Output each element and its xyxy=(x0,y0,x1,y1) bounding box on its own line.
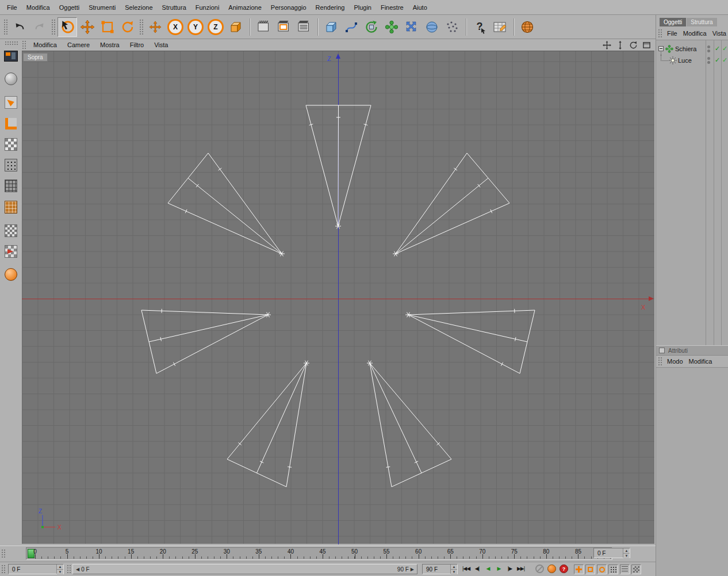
record-position-toggle[interactable] xyxy=(574,564,584,574)
coordinate-system-button[interactable] xyxy=(226,17,246,37)
panel-grip[interactable] xyxy=(658,29,662,38)
spinner-up-icon[interactable]: ▲ xyxy=(451,564,457,570)
viewport-menu-camere[interactable]: Camere xyxy=(62,40,95,49)
next-key-button[interactable]: |▶ xyxy=(505,564,515,571)
light-cone[interactable] xyxy=(405,309,535,373)
command-manager-button[interactable] xyxy=(490,17,509,37)
add-environment-button[interactable] xyxy=(422,17,442,37)
menu-selezione[interactable]: Selezione xyxy=(120,2,157,13)
tab-struttura[interactable]: Struttura xyxy=(687,18,716,26)
enabled-check-icon[interactable]: ✓ xyxy=(715,45,720,52)
record-parameter-toggle[interactable] xyxy=(620,564,630,574)
goto-end-button[interactable]: ▶▶| xyxy=(516,564,526,571)
am-menu-modifica[interactable]: Modifica xyxy=(686,357,715,366)
toolbar-grip[interactable] xyxy=(139,19,143,35)
am-menu-modo[interactable]: Modo xyxy=(664,357,686,366)
viewport-menu-modifica[interactable]: Modifica xyxy=(28,40,62,49)
render-settings-button[interactable] xyxy=(294,17,313,37)
play-forward-button[interactable]: ▶ xyxy=(494,564,504,571)
menu-strumenti[interactable]: Strumenti xyxy=(84,2,120,13)
mode-toolbar-grip[interactable] xyxy=(5,41,18,45)
light-cone[interactable] xyxy=(227,361,309,487)
spinner-down-icon[interactable]: ▼ xyxy=(451,570,457,574)
menu-animazione[interactable]: Animazione xyxy=(224,2,266,13)
move-tool-button[interactable] xyxy=(78,17,97,37)
om-menu-file[interactable]: File xyxy=(664,29,680,38)
spinner-up-icon[interactable]: ▲ xyxy=(623,548,630,554)
add-cube-button[interactable] xyxy=(321,17,341,37)
object-name[interactable]: Luce xyxy=(678,57,692,64)
add-nurbs-button[interactable] xyxy=(362,17,381,37)
add-spline-button[interactable] xyxy=(342,17,361,37)
range-right-arrow[interactable]: ▶ xyxy=(411,567,414,572)
live-selection-button[interactable] xyxy=(58,17,77,37)
timeline-range-slider[interactable]: ◀ 0 F 90 F ▶ xyxy=(72,564,417,574)
layout-button[interactable] xyxy=(2,47,20,64)
add-array-button[interactable] xyxy=(382,17,401,37)
autokey-toggle[interactable] xyxy=(547,564,556,573)
add-deformer-button[interactable] xyxy=(402,17,422,37)
spinner-up-icon[interactable]: ▲ xyxy=(57,564,63,570)
model-mode-button[interactable] xyxy=(2,115,20,132)
menu-aiuto[interactable]: Aiuto xyxy=(408,2,432,13)
texture-mode-button[interactable] xyxy=(2,222,20,239)
menu-finestre[interactable]: Finestre xyxy=(376,2,408,13)
current-frame-field[interactable]: 0 F ▲▼ xyxy=(593,548,630,558)
render-style-button[interactable] xyxy=(2,70,20,87)
expander-icon[interactable] xyxy=(658,46,664,51)
keying-options-button[interactable] xyxy=(631,564,641,574)
light-cone[interactable] xyxy=(393,153,509,256)
edge-mode-button[interactable] xyxy=(2,177,20,194)
frame-spinner[interactable]: ▲▼ xyxy=(450,564,457,574)
menu-file[interactable]: File xyxy=(2,2,22,13)
viewport[interactable]: Z X Z X Sopra xyxy=(22,51,654,544)
frame-spinner[interactable]: ▲▼ xyxy=(56,564,63,574)
content-browser-button[interactable] xyxy=(518,17,537,37)
toolbar-grip[interactable] xyxy=(51,19,55,35)
record-disabled-toggle[interactable] xyxy=(535,564,544,573)
menu-oggetti[interactable]: Oggetti xyxy=(55,2,84,13)
light-cone[interactable] xyxy=(141,309,271,373)
tree-item-schiera[interactable]: Schiera✓✓ xyxy=(656,43,728,55)
menu-struttura[interactable]: Struttura xyxy=(158,2,191,13)
point-mode-button[interactable] xyxy=(2,157,20,174)
rotate-view-icon[interactable] xyxy=(629,40,638,49)
menu-funzioni[interactable]: Funzioni xyxy=(191,2,224,13)
record-pla-toggle[interactable] xyxy=(608,564,618,574)
spinner-down-icon[interactable]: ▼ xyxy=(57,570,63,574)
viewport-menu-vista[interactable]: Vista xyxy=(149,40,173,49)
timeline-ruler[interactable]: 051015202530354045505560657075808590 xyxy=(26,547,612,560)
menu-personaggio[interactable]: Personaggio xyxy=(266,2,311,13)
attributes-checkbox[interactable] xyxy=(659,348,665,353)
visibility-toggles[interactable] xyxy=(707,45,710,48)
menu-rendering[interactable]: Rendering xyxy=(311,2,350,13)
record-help-button[interactable]: ? xyxy=(560,564,568,573)
om-menu-vista[interactable]: Vista xyxy=(710,29,728,38)
om-menu-modifica[interactable]: Modifica xyxy=(680,29,710,38)
record-rotation-toggle[interactable] xyxy=(597,564,607,574)
viewport-menu-grip[interactable] xyxy=(22,40,26,49)
lock-z-axis-button[interactable]: Z xyxy=(206,17,225,37)
workplane-mode-button[interactable] xyxy=(2,243,20,260)
panel-grip[interactable] xyxy=(658,357,662,366)
light-cone[interactable] xyxy=(168,153,285,256)
make-editable-button[interactable] xyxy=(2,94,20,111)
add-particles-button[interactable] xyxy=(442,17,462,37)
undo-button[interactable] xyxy=(10,17,29,37)
menu-modifica[interactable]: Modifica xyxy=(22,2,55,13)
viewport-menu-filtro[interactable]: Filtro xyxy=(125,40,149,49)
light-cone[interactable] xyxy=(367,361,451,487)
redo-button[interactable] xyxy=(30,17,49,37)
scale-tool-button[interactable] xyxy=(98,17,117,37)
toolbar-grip[interactable] xyxy=(3,19,7,35)
visibility-toggles[interactable] xyxy=(707,57,710,60)
menu-plugin[interactable]: Plugin xyxy=(349,2,376,13)
previous-key-button[interactable]: ◀| xyxy=(472,564,482,571)
end-frame-field[interactable]: 90 F ▲▼ xyxy=(422,564,458,574)
rotate-tool-button[interactable] xyxy=(118,17,137,37)
animation-toolbar-grip[interactable] xyxy=(1,564,5,574)
lock-x-axis-button[interactable]: X xyxy=(166,17,185,37)
tree-item-luce[interactable]: Luce✓✓ xyxy=(656,55,728,66)
animation-toolbar-grip[interactable] xyxy=(67,564,71,574)
axis-move-tool-button[interactable] xyxy=(145,17,165,37)
